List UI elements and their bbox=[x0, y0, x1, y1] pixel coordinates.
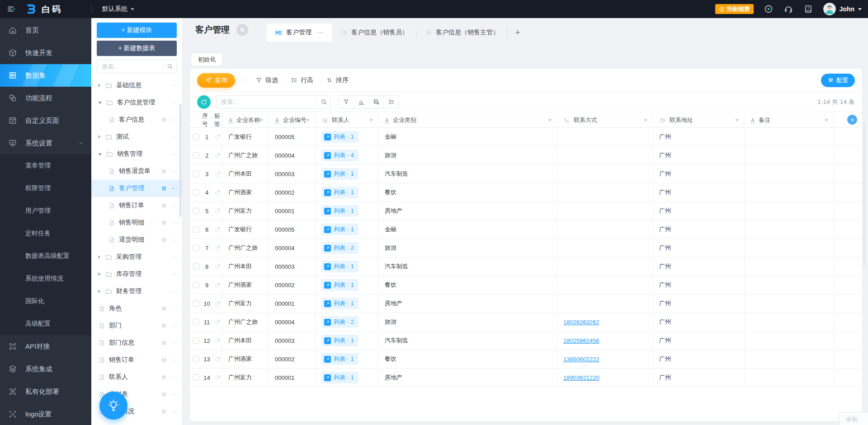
phone-link[interactable]: 13850602222 bbox=[563, 356, 599, 363]
more-icon[interactable] bbox=[171, 82, 178, 89]
column-header-4[interactable]: 联系方式 bbox=[557, 112, 653, 128]
sort-button[interactable]: 排序 bbox=[326, 76, 349, 84]
sliders-icon[interactable] bbox=[161, 340, 167, 346]
more-icon[interactable] bbox=[171, 220, 178, 226]
more-icon[interactable] bbox=[171, 185, 178, 192]
tag-icon[interactable] bbox=[214, 189, 221, 196]
caret-down-icon[interactable] bbox=[644, 119, 647, 121]
sliders-icon[interactable] bbox=[161, 220, 167, 226]
tag-icon[interactable] bbox=[214, 226, 221, 233]
baima-logo-icon[interactable] bbox=[25, 3, 37, 15]
more-icon[interactable] bbox=[171, 357, 178, 364]
more-icon[interactable] bbox=[171, 151, 178, 158]
tag-icon[interactable] bbox=[214, 282, 221, 289]
tree-folder[interactable]: 财务管理 bbox=[91, 283, 182, 300]
tag-icon[interactable] bbox=[214, 356, 221, 363]
row-checkbox[interactable] bbox=[193, 374, 199, 381]
record-button[interactable]: 录制 bbox=[839, 412, 868, 425]
sliders-icon[interactable] bbox=[161, 392, 167, 397]
subtab-init[interactable]: 初始化 bbox=[191, 53, 223, 66]
table-view-icon[interactable] bbox=[236, 24, 248, 36]
support-headset-icon[interactable] bbox=[783, 4, 793, 14]
tree-table-item[interactable]: 销售退货单 bbox=[91, 163, 182, 180]
contacts-chip[interactable]: 列表 · 2 bbox=[321, 242, 359, 254]
user-menu[interactable]: John bbox=[823, 3, 862, 15]
sidebar-subitem-3[interactable]: 定时任务 bbox=[0, 222, 91, 245]
phone-link[interactable]: 18025862456 bbox=[563, 337, 599, 344]
sidebar-item-monitor[interactable]: 系统设置 bbox=[0, 132, 91, 154]
tag-icon[interactable] bbox=[214, 245, 221, 252]
more-icon[interactable] bbox=[171, 271, 178, 278]
column-header-5[interactable]: 联系地址 bbox=[653, 112, 745, 128]
filter-button[interactable]: 筛选 bbox=[255, 76, 278, 84]
list-search-input[interactable] bbox=[217, 98, 316, 105]
system-switcher[interactable]: 默认系统 bbox=[102, 0, 134, 18]
tree-table-item[interactable]: 客户管理 bbox=[91, 180, 182, 197]
row-checkbox[interactable] bbox=[193, 226, 199, 233]
tag-icon[interactable] bbox=[214, 300, 221, 307]
caret-down-icon[interactable] bbox=[735, 119, 739, 121]
table-row[interactable]: 14 广州富力 000001 列表 · 1 房地产 18903621220 广州 bbox=[190, 369, 862, 387]
more-icon[interactable] bbox=[171, 237, 178, 243]
sidebar-subitem-1[interactable]: 权限管理 bbox=[0, 177, 91, 200]
table-row[interactable]: 9 广州酒家 000002 列表 · 1 餐饮 广州 bbox=[190, 276, 862, 294]
sidebar-item-flow[interactable]: 功能流程 bbox=[0, 87, 91, 109]
contacts-chip[interactable]: 列表 · 1 bbox=[321, 279, 359, 291]
more-icon[interactable] bbox=[171, 322, 178, 329]
filter-icon[interactable] bbox=[339, 96, 354, 108]
contacts-chip[interactable]: 列表 · 1 bbox=[321, 131, 359, 143]
column-header-2[interactable]: 联系人 bbox=[316, 112, 379, 128]
tree-table-item[interactable]: 部门 bbox=[91, 317, 182, 334]
tag-icon[interactable] bbox=[214, 319, 221, 326]
tag-icon[interactable] bbox=[214, 374, 221, 381]
tag-icon[interactable] bbox=[214, 337, 221, 344]
sliders-icon[interactable] bbox=[161, 374, 167, 380]
more-icon[interactable] bbox=[171, 391, 178, 398]
contacts-chip[interactable]: 列表 · 1 bbox=[321, 335, 359, 346]
tree-table-item[interactable]: 销售订单 bbox=[91, 197, 182, 214]
row-checkbox[interactable] bbox=[193, 245, 199, 251]
phone-link[interactable]: 18903621220 bbox=[563, 374, 599, 381]
contacts-chip[interactable]: 列表 · 1 bbox=[321, 168, 359, 180]
more-icon[interactable] bbox=[171, 408, 178, 415]
main-scrollbar[interactable] bbox=[863, 122, 865, 266]
tree-table-item[interactable]: 销售订单 bbox=[91, 351, 182, 369]
tree-table-item[interactable]: 部门信息 bbox=[91, 334, 182, 351]
refresh-button[interactable] bbox=[197, 95, 211, 109]
sidebar-item-dataset[interactable]: 数据集 bbox=[0, 64, 91, 87]
table-row[interactable]: 2 广州广之旅 000004 列表 · 4 旅游 广州 bbox=[190, 146, 862, 165]
sidebar-subitem-2[interactable]: 用户管理 bbox=[0, 200, 91, 222]
sidebar-item-deploy-lock[interactable]: 私有化部署 bbox=[0, 380, 91, 403]
more-icon[interactable] bbox=[171, 117, 178, 123]
play-tutorial-icon[interactable] bbox=[764, 4, 774, 14]
contacts-chip[interactable]: 列表 · 4 bbox=[321, 149, 359, 161]
tab-2[interactable]: 客户信息（销售主管） bbox=[417, 23, 507, 42]
contacts-chip[interactable]: 列表 · 1 bbox=[321, 205, 359, 217]
table-row[interactable]: 12 广州本田 000003 列表 · 1 汽车制造 18025862456 广… bbox=[190, 332, 862, 350]
tree-folder[interactable]: 客户信息管理 bbox=[91, 94, 182, 111]
row-checkbox[interactable] bbox=[193, 208, 199, 214]
caret-right-icon[interactable] bbox=[98, 135, 101, 139]
tag-icon[interactable] bbox=[214, 152, 221, 159]
more-icon[interactable] bbox=[171, 168, 178, 175]
caret-right-icon[interactable] bbox=[98, 84, 101, 87]
row-checkbox[interactable] bbox=[193, 337, 199, 344]
sidebar-item-logo-frame[interactable]: G logo设置 bbox=[0, 403, 91, 425]
table-row[interactable]: 5 广州富力 000001 列表 · 1 房地产 广州 bbox=[190, 202, 862, 220]
tree-table-item[interactable]: 联系人 bbox=[91, 369, 182, 386]
row-checkbox[interactable] bbox=[193, 189, 199, 196]
sidebar-subitem-5[interactable]: 系统使用情况 bbox=[0, 267, 91, 290]
caret-right-icon[interactable] bbox=[98, 272, 101, 276]
sliders-icon[interactable] bbox=[161, 117, 167, 123]
config-button[interactable]: 配置 bbox=[821, 74, 855, 87]
caret-right-icon[interactable] bbox=[98, 290, 101, 293]
sliders-icon[interactable] bbox=[161, 323, 167, 329]
table-settings-icon[interactable] bbox=[368, 96, 383, 108]
sliders-icon[interactable] bbox=[161, 237, 167, 243]
add-column-button[interactable] bbox=[847, 115, 857, 125]
tree-table-item[interactable]: 客户信息 bbox=[91, 111, 182, 128]
sidebar-item-cube[interactable]: 快速开发 bbox=[0, 42, 91, 64]
search-icon[interactable] bbox=[317, 98, 330, 105]
tab-1[interactable]: 客户信息（销售员） bbox=[332, 23, 416, 42]
tag-icon[interactable] bbox=[214, 134, 221, 140]
